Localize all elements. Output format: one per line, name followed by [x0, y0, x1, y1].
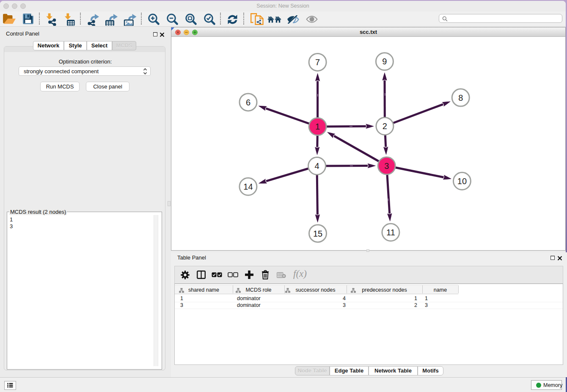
svg-text:7: 7: [315, 58, 320, 67]
svg-text:14: 14: [243, 182, 253, 191]
svg-text:10: 10: [457, 177, 467, 186]
svg-text:11: 11: [386, 228, 395, 237]
svg-text:6: 6: [246, 98, 250, 107]
svg-text:1: 1: [315, 122, 320, 131]
svg-text:8: 8: [458, 93, 463, 102]
svg-text:9: 9: [382, 57, 387, 66]
svg-text:2: 2: [383, 121, 387, 131]
svg-text:3: 3: [384, 161, 389, 171]
svg-text:4: 4: [314, 161, 319, 171]
svg-text:15: 15: [313, 229, 322, 238]
